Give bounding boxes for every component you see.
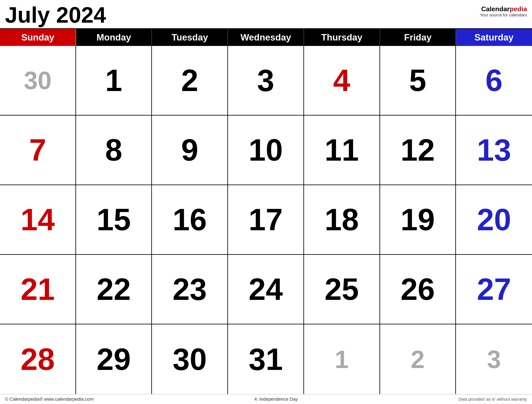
day-number: 22 [97, 274, 131, 305]
day-number: 16 [172, 204, 207, 235]
logo-area: Calendarpedia Your source for calendars [480, 4, 527, 18]
day-number: 27 [477, 274, 511, 305]
day-number: 18 [325, 204, 359, 235]
calendar-cell[interactable]: 13 [456, 115, 532, 184]
calendar-cell[interactable]: 24 [228, 255, 304, 324]
calendar-cell[interactable]: 25 [304, 255, 380, 324]
calendar-grid: 3012345678910111213141516171819202122232… [0, 46, 532, 394]
calendar-cell[interactable]: 8 [76, 115, 152, 184]
calendar-cell[interactable]: 30 [152, 324, 228, 394]
day-number: 2 [181, 65, 198, 96]
day-number: 5 [409, 65, 426, 96]
calendar-cell[interactable]: 7 [0, 115, 76, 184]
day-number: 1 [105, 65, 122, 96]
day-header-monday: Monday [76, 29, 152, 46]
day-number: 4 [333, 65, 350, 96]
footer-disclaimer: Data provided 'as is' without warranty [458, 397, 527, 402]
calendar-cell[interactable]: 3 [228, 46, 304, 115]
calendar-cell[interactable]: 23 [152, 255, 228, 324]
day-header-thursday: Thursday [304, 29, 380, 46]
logo-accent: pedia [510, 5, 527, 13]
day-header-friday: Friday [380, 29, 456, 46]
calendar-cell[interactable]: 22 [76, 255, 152, 324]
day-number: 14 [21, 204, 55, 235]
calendar-week-3: 14151617181920 [0, 185, 532, 255]
day-number: 26 [401, 274, 435, 305]
calendar-cell[interactable]: 31 [228, 324, 304, 394]
logo-subtitle: Your source for calendars [480, 13, 527, 18]
day-number: 17 [248, 204, 283, 235]
calendar-cell[interactable]: 9 [152, 115, 228, 184]
day-number: 25 [325, 274, 359, 305]
calendar-cell[interactable]: 2 [380, 324, 456, 394]
calendar-cell[interactable]: 15 [76, 185, 152, 254]
calendar-cell[interactable]: 14 [0, 185, 76, 254]
day-number: 24 [248, 274, 283, 305]
calendar-cell[interactable]: 3 [456, 324, 532, 394]
day-number: 13 [477, 135, 511, 165]
logo-text: Calendarpedia [480, 5, 527, 13]
day-number: 8 [105, 135, 122, 165]
day-number: 2 [411, 347, 425, 372]
calendar-cell[interactable]: 17 [228, 185, 304, 254]
day-number: 1 [335, 347, 349, 372]
footer-copyright: © Calendarpedia® www.calendarpedia.com [5, 397, 94, 402]
calendar-week-1: 30123456 [0, 46, 532, 115]
day-headers: SundayMondayTuesdayWednesdayThursdayFrid… [0, 29, 532, 46]
calendar-week-2: 78910111213 [0, 115, 532, 185]
calendar-header: July 2024 Calendarpedia Your source for … [0, 0, 532, 28]
day-header-tuesday: Tuesday [152, 29, 228, 46]
footer-holiday: 4: Independence Day [254, 397, 298, 402]
calendar-cell[interactable]: 1 [76, 46, 152, 115]
day-header-wednesday: Wednesday [228, 29, 304, 46]
day-number: 21 [21, 274, 55, 305]
calendar-cell[interactable]: 29 [76, 324, 152, 394]
day-number: 28 [21, 344, 55, 375]
day-number: 15 [97, 204, 131, 235]
calendar-week-5: 28293031123 [0, 324, 532, 394]
calendar-cell[interactable]: 4 [304, 46, 380, 115]
calendar-cell[interactable]: 6 [456, 46, 532, 115]
day-number: 23 [172, 274, 207, 305]
day-number: 11 [325, 135, 359, 165]
calendar-cell[interactable]: 18 [304, 185, 380, 254]
day-number: 10 [248, 135, 283, 165]
day-header-sunday: Sunday [0, 29, 76, 46]
day-header-saturday: Saturday [456, 29, 532, 46]
day-number: 3 [487, 347, 501, 372]
calendar-cell[interactable]: 21 [0, 255, 76, 324]
day-number: 20 [477, 204, 511, 235]
calendar-cell[interactable]: 2 [152, 46, 228, 115]
day-number: 6 [485, 65, 502, 96]
calendar-cell[interactable]: 19 [380, 185, 456, 254]
day-number: 29 [97, 344, 131, 375]
calendar-week-4: 21222324252627 [0, 255, 532, 324]
calendar-cell[interactable]: 28 [0, 324, 76, 394]
day-number: 7 [29, 135, 46, 165]
month-title: July 2024 [5, 4, 106, 26]
day-number: 30 [24, 68, 51, 93]
calendar-cell[interactable]: 11 [304, 115, 380, 184]
calendar-cell[interactable]: 20 [456, 185, 532, 254]
page-wrapper: July 2024 Calendarpedia Your source for … [0, 0, 532, 404]
calendar-cell[interactable]: 27 [456, 255, 532, 324]
day-number: 9 [181, 135, 198, 165]
calendar-cell[interactable]: 10 [228, 115, 304, 184]
day-number: 12 [401, 135, 435, 165]
calendar-container: SundayMondayTuesdayWednesdayThursdayFrid… [0, 28, 532, 394]
day-number: 19 [401, 204, 435, 235]
calendar-cell[interactable]: 12 [380, 115, 456, 184]
day-number: 30 [172, 344, 207, 375]
calendar-cell[interactable]: 5 [380, 46, 456, 115]
day-number: 31 [248, 344, 283, 375]
calendar-cell[interactable]: 30 [0, 46, 76, 115]
calendar-cell[interactable]: 1 [304, 324, 380, 394]
day-number: 3 [257, 65, 274, 96]
calendar-cell[interactable]: 26 [380, 255, 456, 324]
footer: © Calendarpedia® www.calendarpedia.com 4… [0, 394, 532, 404]
calendar-cell[interactable]: 16 [152, 185, 228, 254]
